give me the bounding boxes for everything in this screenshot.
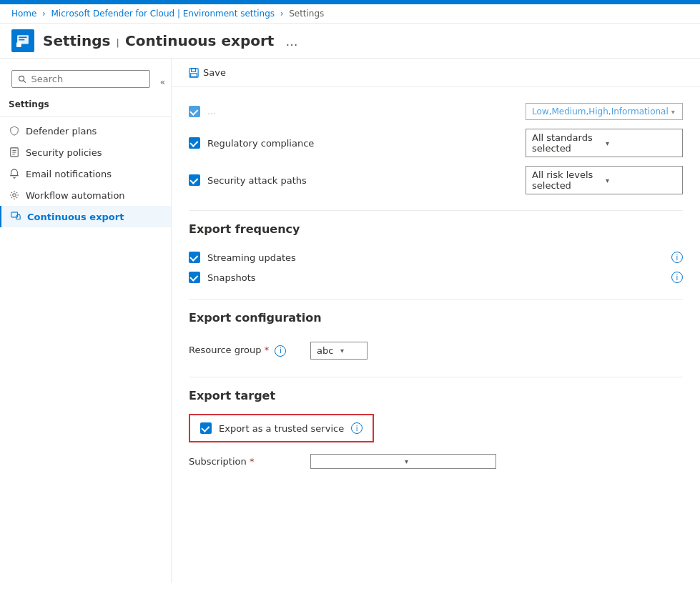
dropdown-arrow-icon: ▾ xyxy=(405,457,490,465)
sidebar-item-email-notifications[interactable]: Email notifications xyxy=(0,163,171,184)
resource-group-info-icon: i xyxy=(275,345,286,357)
partial-checkbox[interactable] xyxy=(189,106,200,117)
toolbar: Save xyxy=(172,59,700,87)
sidebar-item-label: Defender plans xyxy=(26,126,97,137)
trusted-service-label: Export as a trusted service xyxy=(219,423,344,434)
svg-rect-14 xyxy=(191,73,197,76)
streaming-updates-checkbox[interactable] xyxy=(189,252,200,263)
security-attack-paths-checkbox[interactable] xyxy=(189,174,200,186)
sidebar-item-label: Security policies xyxy=(26,147,102,158)
svg-line-5 xyxy=(24,80,26,82)
regulatory-compliance-checkbox[interactable] xyxy=(189,137,200,149)
sidebar-item-security-policies[interactable]: Security policies xyxy=(0,142,171,163)
subscription-label: Subscription * xyxy=(189,456,303,467)
resource-group-label: Resource group * i xyxy=(189,345,303,357)
regulatory-compliance-value: All standards selected xyxy=(532,132,603,154)
svg-point-4 xyxy=(19,76,24,81)
streaming-updates-label: Streaming updates xyxy=(207,252,664,263)
main-content: Save … Low,Medium,High,Informational ▾ R… xyxy=(172,59,700,583)
regulatory-compliance-dropdown[interactable]: All standards selected ▾ xyxy=(526,129,683,157)
dropdown-arrow-icon: ▾ xyxy=(340,347,361,355)
sidebar-item-label: Workflow automation xyxy=(26,190,125,201)
search-box xyxy=(11,70,150,88)
export-frequency-section: Export frequency Streaming updates i Sna… xyxy=(189,222,683,287)
snapshots-info-icon: i xyxy=(671,272,683,283)
export-target-title: Export target xyxy=(189,389,683,402)
subscription-row: Subscription * ▾ xyxy=(189,448,683,475)
sidebar: « Settings Defender plans Security polic… xyxy=(0,59,172,583)
export-icon xyxy=(10,211,21,222)
gear-icon xyxy=(9,189,20,201)
security-attack-paths-dropdown[interactable]: All risk levels selected ▾ xyxy=(526,166,683,194)
breadcrumb-current: Settings xyxy=(289,9,324,19)
divider-3 xyxy=(189,377,683,377)
page-title: Settings | Continuous export xyxy=(43,32,274,49)
page-header: Settings | Continuous export ... xyxy=(0,24,700,59)
regulatory-compliance-label: Regulatory compliance xyxy=(207,138,518,149)
sidebar-item-label: Email notifications xyxy=(26,169,112,179)
search-input[interactable] xyxy=(31,74,144,84)
partial-label: … xyxy=(207,107,518,117)
resource-group-row: Resource group * i abc ▾ xyxy=(189,336,683,365)
snapshots-row: Snapshots i xyxy=(189,267,683,287)
security-attack-paths-row: Security attack paths All risk levels se… xyxy=(189,162,683,199)
sidebar-item-label: Continuous export xyxy=(27,212,124,222)
streaming-updates-row: Streaming updates i xyxy=(189,247,683,267)
export-target-section: Export target Export as a trusted servic… xyxy=(189,389,683,475)
breadcrumb: Home › Microsoft Defender for Cloud | En… xyxy=(0,4,700,24)
snapshots-checkbox[interactable] xyxy=(189,272,200,283)
partial-row: … Low,Medium,High,Informational ▾ xyxy=(189,99,683,124)
trusted-service-checkbox[interactable] xyxy=(200,422,212,434)
trusted-service-highlight-box: Export as a trusted service i xyxy=(189,414,374,442)
floppy-icon xyxy=(189,68,199,78)
divider-1 xyxy=(189,210,683,211)
partial-dropdown[interactable]: Low,Medium,High,Informational ▾ xyxy=(526,103,683,120)
required-star: * xyxy=(265,345,270,355)
sidebar-section-label: Settings xyxy=(0,96,171,114)
sidebar-item-workflow-automation[interactable]: Workflow automation xyxy=(0,184,171,206)
security-attack-paths-label: Security attack paths xyxy=(207,175,518,186)
search-icon xyxy=(18,74,27,84)
subscription-required-star: * xyxy=(250,456,255,467)
resource-group-dropdown[interactable]: abc ▾ xyxy=(310,342,368,360)
sidebar-divider xyxy=(0,117,171,117)
export-frequency-title: Export frequency xyxy=(189,222,683,236)
page-icon xyxy=(11,29,34,52)
policy-icon xyxy=(9,147,20,158)
streaming-updates-info-icon: i xyxy=(671,252,683,263)
security-attack-paths-value: All risk levels selected xyxy=(532,169,603,191)
snapshots-label: Snapshots xyxy=(207,272,664,283)
subscription-dropdown[interactable]: ▾ xyxy=(310,454,496,469)
sidebar-item-defender-plans[interactable]: Defender plans xyxy=(0,120,171,142)
breadcrumb-home[interactable]: Home xyxy=(11,9,36,19)
save-label: Save xyxy=(203,67,226,78)
collapse-sidebar-button[interactable]: « xyxy=(160,77,165,87)
resource-group-value: abc xyxy=(317,345,337,356)
dropdown-arrow-icon: ▾ xyxy=(606,177,676,184)
shield-icon xyxy=(9,125,20,137)
svg-point-10 xyxy=(13,194,16,197)
export-configuration-title: Export configuration xyxy=(189,311,683,325)
sidebar-item-continuous-export[interactable]: Continuous export xyxy=(0,206,171,227)
bell-icon xyxy=(9,168,20,179)
regulatory-compliance-row: Regulatory compliance All standards sele… xyxy=(189,124,683,162)
content-area: … Low,Medium,High,Informational ▾ Regula… xyxy=(172,87,700,489)
save-button[interactable]: Save xyxy=(183,64,232,81)
ellipsis-menu-button[interactable]: ... xyxy=(282,34,300,49)
divider-2 xyxy=(189,299,683,300)
svg-rect-13 xyxy=(192,68,196,71)
svg-rect-3 xyxy=(16,42,21,47)
dropdown-arrow-icon: ▾ xyxy=(606,139,676,147)
svg-rect-2 xyxy=(19,39,24,41)
export-configuration-section: Export configuration Resource group * i … xyxy=(189,311,683,365)
trusted-service-info-icon: i xyxy=(351,422,363,434)
breadcrumb-environment[interactable]: Microsoft Defender for Cloud | Environme… xyxy=(51,9,275,19)
svg-rect-1 xyxy=(19,36,26,38)
